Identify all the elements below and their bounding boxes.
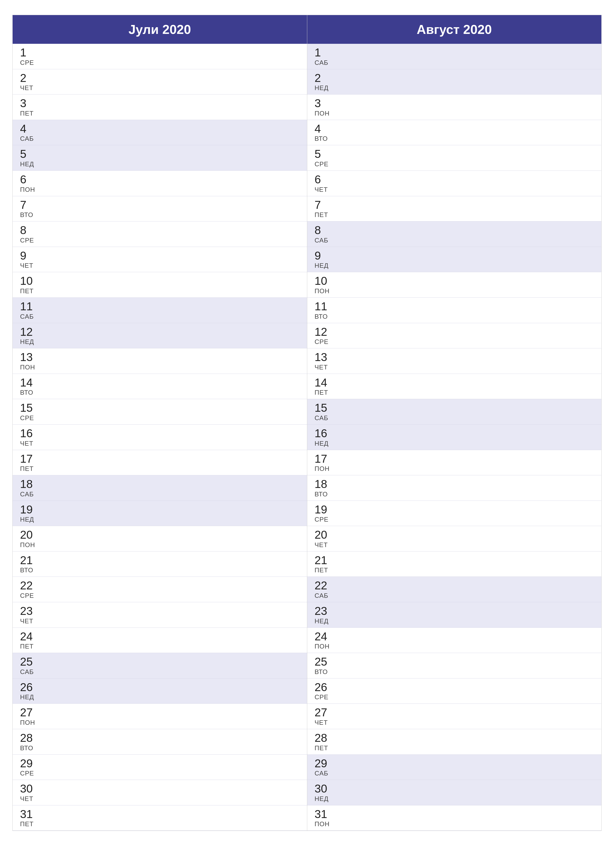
day-number-0-9: 10 bbox=[20, 274, 34, 287]
day-number-1-11: 12 bbox=[315, 326, 328, 338]
day-number-1-12: 13 bbox=[315, 351, 328, 363]
day-name-1-9: ПОН bbox=[315, 287, 330, 295]
day-row-1-10: 11ВТО bbox=[307, 298, 602, 323]
day-info-0-4: 5НЕД bbox=[20, 148, 34, 168]
day-info-0-21: 22СРЕ bbox=[20, 579, 34, 600]
day-number-1-3: 4 bbox=[315, 122, 328, 135]
day-name-1-30: ПОН bbox=[315, 820, 330, 828]
day-name-1-12: ЧЕТ bbox=[315, 363, 328, 371]
day-number-0-15: 16 bbox=[20, 427, 33, 440]
day-name-1-0: САБ bbox=[315, 59, 328, 67]
day-number-0-20: 21 bbox=[20, 554, 33, 567]
day-info-1-15: 16НЕД bbox=[315, 427, 329, 447]
day-number-0-25: 26 bbox=[20, 681, 34, 694]
day-name-0-24: САБ bbox=[20, 668, 34, 676]
day-name-1-28: САБ bbox=[315, 770, 328, 777]
day-name-1-27: ПЕТ bbox=[315, 744, 328, 752]
day-number-1-9: 10 bbox=[315, 274, 330, 287]
day-row-1-25: 26СРЕ bbox=[307, 679, 602, 704]
day-number-1-27: 28 bbox=[315, 732, 328, 744]
day-number-0-8: 9 bbox=[20, 250, 33, 262]
day-info-0-26: 27ПОН bbox=[20, 706, 35, 727]
day-name-0-27: ВТО bbox=[20, 744, 33, 752]
day-info-0-10: 11САБ bbox=[20, 300, 34, 321]
day-row-1-19: 20ЧЕТ bbox=[307, 526, 602, 552]
day-name-1-8: НЕД bbox=[315, 262, 329, 270]
day-name-1-7: САБ bbox=[315, 237, 328, 244]
day-number-1-25: 26 bbox=[315, 681, 328, 694]
day-info-1-21: 22САБ bbox=[315, 579, 328, 600]
day-row-0-2: 3ПЕТ bbox=[12, 95, 307, 120]
day-info-1-12: 13ЧЕТ bbox=[315, 351, 328, 371]
day-row-1-26: 27ЧЕТ bbox=[307, 704, 602, 729]
day-info-0-2: 3ПЕТ bbox=[20, 97, 34, 117]
month-header-1: Август 2020 bbox=[307, 15, 602, 44]
day-number-1-4: 5 bbox=[315, 148, 328, 160]
day-name-0-22: ЧЕТ bbox=[20, 617, 33, 625]
day-number-1-29: 30 bbox=[315, 783, 329, 795]
day-info-1-16: 17ПОН bbox=[315, 453, 330, 473]
day-number-0-10: 11 bbox=[20, 300, 34, 313]
day-name-0-18: НЕД bbox=[20, 516, 34, 523]
day-number-1-8: 9 bbox=[315, 250, 329, 262]
day-row-0-15: 16ЧЕТ bbox=[12, 425, 307, 450]
day-name-1-21: САБ bbox=[315, 592, 328, 600]
day-name-0-30: ПЕТ bbox=[20, 820, 34, 828]
day-row-1-21: 22САБ bbox=[307, 577, 602, 602]
day-name-0-4: НЕД bbox=[20, 160, 34, 168]
day-name-0-12: ПОН bbox=[20, 363, 35, 371]
day-info-0-16: 17ПЕТ bbox=[20, 453, 34, 473]
day-name-0-28: СРЕ bbox=[20, 770, 34, 777]
day-row-1-6: 7ПЕТ bbox=[307, 196, 602, 222]
day-number-0-23: 24 bbox=[20, 630, 34, 643]
day-info-0-15: 16ЧЕТ bbox=[20, 427, 33, 447]
day-name-0-6: ВТО bbox=[20, 211, 33, 219]
day-row-0-25: 26НЕД bbox=[12, 679, 307, 704]
day-number-1-6: 7 bbox=[315, 199, 328, 211]
day-number-0-11: 12 bbox=[20, 326, 34, 338]
day-row-1-29: 30НЕД bbox=[307, 780, 602, 805]
day-row-0-13: 14ВТО bbox=[12, 374, 307, 399]
day-row-1-14: 15САБ bbox=[307, 399, 602, 425]
day-number-0-4: 5 bbox=[20, 148, 34, 160]
day-name-1-14: САБ bbox=[315, 414, 328, 422]
day-row-1-2: 3ПОН bbox=[307, 95, 602, 120]
day-name-0-26: ПОН bbox=[20, 719, 35, 727]
day-info-0-1: 2ЧЕТ bbox=[20, 72, 33, 92]
day-number-0-24: 25 bbox=[20, 656, 34, 668]
day-name-0-14: СРЕ bbox=[20, 414, 34, 422]
day-name-1-18: СРЕ bbox=[315, 516, 328, 523]
day-row-1-16: 17ПОН bbox=[307, 450, 602, 476]
day-number-0-12: 13 bbox=[20, 351, 35, 363]
day-info-0-11: 12НЕД bbox=[20, 326, 34, 346]
day-number-1-18: 19 bbox=[315, 503, 328, 516]
day-number-0-6: 7 bbox=[20, 199, 33, 211]
day-name-0-1: ЧЕТ bbox=[20, 84, 33, 92]
day-info-0-25: 26НЕД bbox=[20, 681, 34, 701]
day-number-0-30: 31 bbox=[20, 808, 34, 820]
day-row-0-14: 15СРЕ bbox=[12, 399, 307, 425]
day-info-1-13: 14ПЕТ bbox=[315, 377, 328, 397]
day-info-0-29: 30ЧЕТ bbox=[20, 783, 33, 803]
day-number-0-14: 15 bbox=[20, 401, 34, 414]
day-row-0-22: 23ЧЕТ bbox=[12, 602, 307, 628]
day-number-0-1: 2 bbox=[20, 72, 33, 84]
day-row-0-20: 21ВТО bbox=[12, 552, 307, 577]
day-info-0-14: 15СРЕ bbox=[20, 401, 34, 422]
day-row-0-29: 30ЧЕТ bbox=[12, 780, 307, 805]
day-info-0-27: 28ВТО bbox=[20, 732, 33, 752]
day-info-0-9: 10ПЕТ bbox=[20, 274, 34, 295]
day-number-0-28: 29 bbox=[20, 757, 34, 770]
day-number-1-2: 3 bbox=[315, 97, 330, 110]
day-row-0-12: 13ПОН bbox=[12, 349, 307, 374]
day-name-1-1: НЕД bbox=[315, 84, 329, 92]
day-info-0-20: 21ВТО bbox=[20, 554, 33, 574]
day-number-1-23: 24 bbox=[315, 630, 330, 643]
day-name-1-10: ВТО bbox=[315, 313, 328, 321]
day-number-1-15: 16 bbox=[315, 427, 329, 440]
day-info-1-19: 20ЧЕТ bbox=[315, 529, 328, 549]
day-name-0-19: ПОН bbox=[20, 541, 35, 549]
day-row-1-23: 24ПОН bbox=[307, 628, 602, 653]
day-name-1-16: ПОН bbox=[315, 465, 330, 473]
day-name-1-22: НЕД bbox=[315, 617, 329, 625]
